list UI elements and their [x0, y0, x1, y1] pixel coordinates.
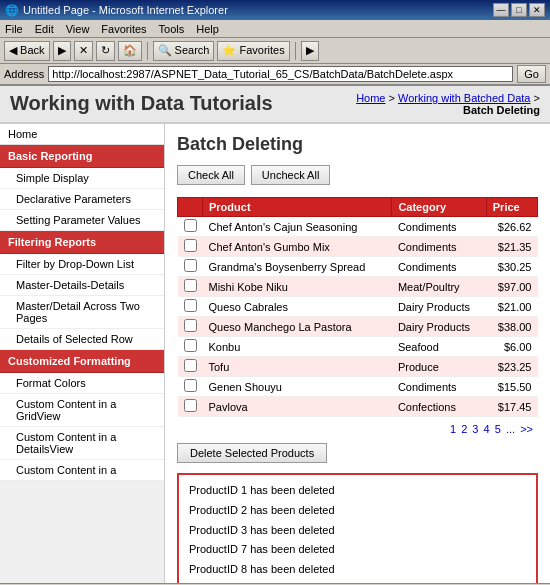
row-price: $21.00 — [486, 297, 537, 317]
sidebar-item-custom-content[interactable]: Custom Content in a — [0, 460, 164, 481]
search-button[interactable]: 🔍 Search — [153, 41, 215, 61]
table-row: Genen Shouyu Condiments $15.50 — [178, 377, 538, 397]
row-checkbox[interactable] — [184, 219, 197, 232]
menu-file[interactable]: File — [5, 23, 23, 35]
page-1[interactable]: 1 — [450, 423, 456, 435]
row-product: Genen Shouyu — [203, 377, 392, 397]
page-5[interactable]: 5 — [495, 423, 501, 435]
maximize-button[interactable]: □ — [511, 3, 527, 17]
check-all-button[interactable]: Check All — [177, 165, 245, 185]
table-row: Tofu Produce $23.25 — [178, 357, 538, 377]
breadcrumb: Home > Working with Batched Data > Batch… — [356, 92, 540, 116]
row-category: Condiments — [392, 237, 486, 257]
page-title: Batch Deleting — [177, 134, 538, 155]
row-price: $23.25 — [486, 357, 537, 377]
sidebar-item-master-details[interactable]: Master-Details-Details — [0, 275, 164, 296]
breadcrumb-sep1: > — [389, 92, 398, 104]
row-price: $26.62 — [486, 217, 537, 237]
menu-view[interactable]: View — [66, 23, 90, 35]
row-category: Condiments — [392, 377, 486, 397]
row-checkbox-cell — [178, 277, 203, 297]
stop-button[interactable]: ✕ — [74, 41, 93, 61]
sidebar-item-home[interactable]: Home — [0, 124, 164, 145]
site-title: Working with Data Tutorials — [10, 92, 273, 115]
row-checkbox[interactable] — [184, 279, 197, 292]
row-category: Condiments — [392, 217, 486, 237]
back-button[interactable]: ◀ Back — [4, 41, 50, 61]
row-checkbox[interactable] — [184, 319, 197, 332]
go-button[interactable]: Go — [517, 65, 546, 83]
close-button[interactable]: ✕ — [529, 3, 545, 17]
row-product: Mishi Kobe Niku — [203, 277, 392, 297]
sidebar-item-filter-dropdown[interactable]: Filter by Drop-Down List — [0, 254, 164, 275]
sidebar: Home Basic Reporting Simple Display Decl… — [0, 124, 165, 583]
page-ellipsis[interactable]: ... — [506, 423, 515, 435]
row-checkbox[interactable] — [184, 259, 197, 272]
delete-button[interactable]: Delete Selected Products — [177, 443, 327, 463]
menu-tools[interactable]: Tools — [159, 23, 185, 35]
deleted-message: ProductID 8 has been deleted — [189, 560, 526, 580]
row-checkbox-cell — [178, 397, 203, 417]
table-row: Grandma's Boysenberry Spread Condiments … — [178, 257, 538, 277]
sidebar-item-custom-gridview[interactable]: Custom Content in a GridView — [0, 394, 164, 427]
breadcrumb-sep2: > — [534, 92, 540, 104]
sidebar-item-declarative-parameters[interactable]: Declarative Parameters — [0, 189, 164, 210]
menu-favorites[interactable]: Favorites — [101, 23, 146, 35]
row-product: Grandma's Boysenberry Spread — [203, 257, 392, 277]
page-header: Working with Data Tutorials Home > Worki… — [0, 86, 550, 124]
row-checkbox[interactable] — [184, 379, 197, 392]
row-product: Queso Manchego La Pastora — [203, 317, 392, 337]
row-product: Tofu — [203, 357, 392, 377]
row-category: Seafood — [392, 337, 486, 357]
page-next[interactable]: >> — [520, 423, 533, 435]
toolbar-separator — [147, 42, 148, 60]
row-checkbox-cell — [178, 237, 203, 257]
forward-button[interactable]: ▶ — [53, 41, 71, 61]
delete-button-row: Delete Selected Products — [177, 443, 538, 463]
sidebar-section-customized: Customized Formatting — [0, 350, 164, 373]
address-bar: Address Go — [0, 64, 550, 86]
row-checkbox[interactable] — [184, 239, 197, 252]
col-header-category: Category — [392, 198, 486, 217]
sidebar-item-master-detail-two[interactable]: Master/Detail Across Two Pages — [0, 296, 164, 329]
favorites-button[interactable]: ⭐ Favorites — [217, 41, 289, 61]
deleted-message: ProductID 1 has been deleted — [189, 481, 526, 501]
menu-help[interactable]: Help — [196, 23, 219, 35]
menu-edit[interactable]: Edit — [35, 23, 54, 35]
breadcrumb-current: Batch Deleting — [463, 104, 540, 116]
breadcrumb-home[interactable]: Home — [356, 92, 385, 104]
sidebar-item-custom-detailsview[interactable]: Custom Content in a DetailsView — [0, 427, 164, 460]
deleted-message: ProductID 2 has been deleted — [189, 501, 526, 521]
row-checkbox[interactable] — [184, 299, 197, 312]
page-2[interactable]: 2 — [461, 423, 467, 435]
window-title: Untitled Page - Microsoft Internet Explo… — [23, 4, 228, 16]
row-category: Confections — [392, 397, 486, 417]
sidebar-item-setting-parameter[interactable]: Setting Parameter Values — [0, 210, 164, 231]
content-area: Home Basic Reporting Simple Display Decl… — [0, 124, 550, 583]
home-button[interactable]: 🏠 — [118, 41, 142, 61]
deleted-message: ProductID 7 has been deleted — [189, 540, 526, 560]
sidebar-item-details-selected[interactable]: Details of Selected Row — [0, 329, 164, 350]
row-product: Pavlova — [203, 397, 392, 417]
media-button[interactable]: ▶ — [301, 41, 319, 61]
sidebar-item-simple-display[interactable]: Simple Display — [0, 168, 164, 189]
table-row: Konbu Seafood $6.00 — [178, 337, 538, 357]
uncheck-all-button[interactable]: Uncheck All — [251, 165, 330, 185]
sidebar-item-format-colors[interactable]: Format Colors — [0, 373, 164, 394]
row-checkbox[interactable] — [184, 339, 197, 352]
menu-bar: File Edit View Favorites Tools Help — [0, 20, 550, 38]
sidebar-section-filtering: Filtering Reports — [0, 231, 164, 254]
page-wrapper: Working with Data Tutorials Home > Worki… — [0, 86, 550, 583]
address-input[interactable] — [48, 66, 513, 82]
refresh-button[interactable]: ↻ — [96, 41, 115, 61]
page-4[interactable]: 4 — [484, 423, 490, 435]
row-checkbox[interactable] — [184, 399, 197, 412]
breadcrumb-batched[interactable]: Working with Batched Data — [398, 92, 530, 104]
row-checkbox[interactable] — [184, 359, 197, 372]
page-3[interactable]: 3 — [472, 423, 478, 435]
action-buttons: Check All Uncheck All — [177, 165, 538, 185]
row-product: Chef Anton's Cajun Seasoning — [203, 217, 392, 237]
col-header-product: Product — [203, 198, 392, 217]
minimize-button[interactable]: — — [493, 3, 509, 17]
row-checkbox-cell — [178, 317, 203, 337]
